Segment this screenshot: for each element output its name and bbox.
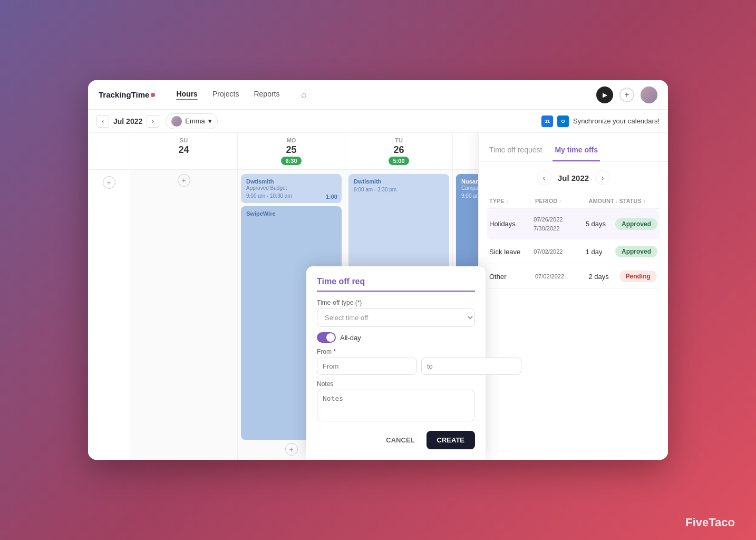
day-header-tue: TU 26 5:00 bbox=[345, 133, 453, 169]
td-period-sickleave: 07/02/2022 bbox=[534, 247, 585, 256]
td-period-other: 07/02/2022 bbox=[535, 272, 589, 281]
from-input[interactable] bbox=[317, 358, 417, 375]
cancel-button[interactable]: CANCEL bbox=[380, 432, 421, 448]
timeoff-row-other[interactable]: Other 07/02/2022 2 days Pending bbox=[487, 264, 660, 289]
user-avatar[interactable] bbox=[641, 86, 657, 103]
event-time-tue: 9:00 am - 3:30 pm bbox=[354, 187, 444, 192]
status-badge-other: Pending bbox=[619, 271, 657, 282]
next-month-button[interactable]: › bbox=[147, 115, 159, 128]
td-amount-sickleave: 1 day bbox=[586, 248, 615, 256]
logo-text: TrackingTime bbox=[99, 90, 149, 99]
next-month-panel-button[interactable]: › bbox=[595, 170, 610, 185]
day-name-tue: TU bbox=[395, 137, 403, 143]
col-type-label: TYPE bbox=[489, 198, 505, 204]
td-amount-holidays: 5 days bbox=[586, 220, 615, 228]
add-button[interactable]: + bbox=[619, 88, 634, 102]
add-event-sun-button[interactable]: + bbox=[103, 176, 115, 189]
google-cal-icon: 31 bbox=[541, 115, 553, 127]
play-button[interactable]: ▶ bbox=[596, 86, 613, 103]
nav-links: Hours Projects Reports bbox=[170, 86, 286, 103]
td-status-other: Pending bbox=[619, 271, 658, 282]
col-status-arrow: ↓ bbox=[643, 198, 646, 204]
td-amount-other: 2 days bbox=[589, 273, 619, 281]
outlook-icon: O bbox=[557, 115, 569, 127]
day-header-sun: SU 24 bbox=[130, 133, 238, 169]
user-chip-chevron: ▾ bbox=[208, 117, 212, 125]
app-window: TrackingTime Hours Projects Reports ⌕ ▶ … bbox=[88, 80, 668, 460]
col-status[interactable]: STATUS ↓ bbox=[619, 198, 658, 204]
col-amount[interactable]: AMOUNT ↓ bbox=[589, 198, 619, 204]
form-actions: CANCEL CREATE bbox=[317, 431, 475, 449]
tab-time-off-request[interactable]: Time off request bbox=[487, 141, 544, 161]
day-name-mon: MO bbox=[287, 137, 296, 143]
notes-textarea[interactable] bbox=[317, 390, 475, 421]
add-event-mon[interactable]: + bbox=[285, 443, 298, 456]
col-period[interactable]: PERIOD ↑ bbox=[535, 198, 589, 204]
tab-my-time-offs[interactable]: My time offs bbox=[553, 141, 600, 161]
top-nav: TrackingTime Hours Projects Reports ⌕ ▶ … bbox=[88, 80, 668, 110]
sync-text: Synchronize your calendars! bbox=[573, 117, 660, 125]
toggle-label: All-day bbox=[340, 334, 361, 342]
from-row bbox=[317, 358, 475, 375]
calendar-area: SU 24 MO 25 6:30 TU 26 5:00 WE 27 4:25 bbox=[88, 133, 668, 460]
empty-header bbox=[88, 133, 130, 169]
event-subtitle: Approved Budget bbox=[246, 185, 336, 191]
search-icon[interactable]: ⌕ bbox=[301, 89, 307, 100]
request-form: Time off req Time-off type (*) Select ti… bbox=[306, 266, 486, 460]
day-header-mon: MO 25 6:30 bbox=[238, 133, 345, 169]
prev-month-panel-button[interactable]: ‹ bbox=[537, 170, 551, 185]
col-type[interactable]: TYPE ↓ bbox=[489, 198, 535, 204]
event-title-tue: Dwtlsmith bbox=[354, 178, 444, 185]
day-name-sun: SU bbox=[180, 137, 188, 143]
event-dwtlsmith-mon[interactable]: Dwtlsmith Approved Budget 9:00 am - 10:3… bbox=[241, 174, 342, 203]
col-type-arrow: ↓ bbox=[506, 198, 509, 204]
event-title: Dwtlsmith bbox=[246, 178, 336, 185]
td-period-holidays: 07/26/2022 7/30/2022 bbox=[534, 215, 585, 233]
td-status-sickleave: Approved bbox=[615, 246, 657, 257]
day-num-sun: 24 bbox=[178, 144, 189, 156]
month-nav-panel: ‹ Jul 2022 › bbox=[487, 170, 660, 185]
current-month-label: Jul 2022 bbox=[113, 117, 142, 126]
my-timeoffs-panel: Time off request My time offs ‹ Jul 2022… bbox=[478, 133, 668, 460]
td-type-holidays: Holidays bbox=[489, 220, 534, 228]
nav-projects[interactable]: Projects bbox=[206, 86, 246, 103]
day-num-mon: 25 bbox=[286, 144, 296, 156]
type-label: Time-off type (*) bbox=[317, 299, 475, 306]
event-time: 9:00 am - 10:30 am bbox=[246, 193, 336, 199]
timeoff-row-holidays[interactable]: Holidays 07/26/2022 7/30/2022 5 days App… bbox=[487, 209, 660, 239]
nav-right: ▶ + bbox=[596, 86, 657, 103]
add-event-sun[interactable]: + bbox=[178, 174, 190, 187]
event-title-sw: SwipeWire bbox=[246, 210, 336, 217]
fivetaco-watermark: FiveTaco bbox=[685, 516, 735, 529]
toggle-row: All-day bbox=[317, 332, 475, 343]
panel-content: ‹ Jul 2022 › TYPE ↓ PERIOD ↑ AMOUNT bbox=[479, 162, 668, 460]
from-label: From * bbox=[317, 348, 475, 355]
event-duration: 1:00 bbox=[326, 194, 337, 200]
time-off-type-select[interactable]: Select time off bbox=[317, 308, 475, 327]
prev-month-button[interactable]: ‹ bbox=[96, 115, 109, 128]
user-chip-name: Emma bbox=[185, 117, 205, 125]
month-nav: ‹ Jul 2022 › bbox=[96, 115, 159, 128]
sync-bar[interactable]: 31 O Synchronize your calendars! bbox=[541, 115, 660, 127]
col-period-arrow: ↑ bbox=[559, 198, 561, 204]
timeoff-row-sickleave[interactable]: Sick leave 07/02/2022 1 day Approved bbox=[487, 239, 660, 264]
nav-hours[interactable]: Hours bbox=[170, 86, 203, 103]
create-button[interactable]: CREATE bbox=[427, 431, 475, 449]
day-col-sun: + bbox=[130, 170, 238, 460]
status-badge-sickleave: Approved bbox=[615, 246, 657, 257]
td-type-sickleave: Sick leave bbox=[489, 248, 534, 256]
col-amount-arrow: ↓ bbox=[616, 198, 618, 204]
form-title: Time off req bbox=[317, 277, 475, 292]
td-status-holidays: Approved bbox=[615, 218, 657, 230]
panel-tabs: Time off request My time offs bbox=[479, 133, 668, 162]
timeoffs-table-header: TYPE ↓ PERIOD ↑ AMOUNT ↓ STATUS ↓ bbox=[487, 194, 660, 209]
notes-label: Notes bbox=[317, 380, 475, 388]
app-logo: TrackingTime bbox=[99, 90, 155, 99]
to-input[interactable] bbox=[421, 358, 521, 375]
nav-reports[interactable]: Reports bbox=[247, 86, 286, 103]
td-type-other: Other bbox=[489, 273, 535, 281]
user-chip[interactable]: Emma ▾ bbox=[166, 113, 218, 129]
day-num-tue: 26 bbox=[393, 144, 404, 156]
allday-toggle[interactable] bbox=[317, 332, 336, 343]
time-col: + bbox=[88, 170, 130, 460]
